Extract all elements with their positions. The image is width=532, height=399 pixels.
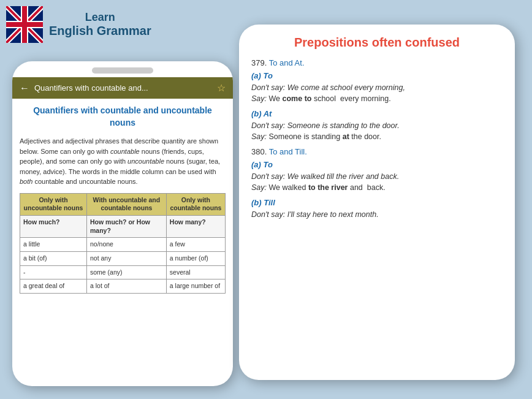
section-379-num: 379. To and At. (251, 58, 503, 67)
do-say-379a: Say: We come to school every morning. (251, 94, 503, 103)
content-body: Adjectives and adjectival phrases that d… (20, 136, 226, 187)
phone-notch (92, 67, 153, 74)
section-379: 379. To and At. (a) To Don't say: We com… (251, 58, 503, 141)
section-380: 380. To and Till. (a) To Don't say: We w… (251, 147, 503, 219)
grammar-label: English Grammar (49, 24, 151, 38)
dont-say-380a: Don't say: We walked till the river and … (251, 172, 503, 181)
sub-label-380a-to: (a) To (251, 160, 503, 169)
cell: How many? (166, 215, 225, 237)
cell: a great deal of (20, 279, 87, 294)
uk-flag-icon (6, 6, 43, 43)
section-380-heading: To and Till. (269, 147, 307, 156)
col-header-3: Only with countable nouns (166, 193, 225, 215)
cell: - (20, 265, 87, 279)
section-379-heading: To and At. (269, 58, 305, 67)
cell: a lot of (87, 279, 167, 294)
cell: some (any) (87, 265, 167, 279)
do-say-379b: Say: Someone is standing at the door. (251, 132, 503, 141)
table-row: a little no/none a few (20, 238, 226, 252)
sub-label-a-to: (a) To (251, 71, 503, 80)
back-button[interactable]: ← (20, 83, 29, 94)
sub-label-380b-till: (b) Till (251, 198, 503, 207)
cell: a few (166, 238, 225, 252)
grammar-table: Only with uncountable nouns With uncount… (20, 193, 226, 294)
cell: How much? (20, 215, 87, 237)
cell: not any (87, 251, 167, 265)
phone-right: Prepositions often confused 379. To and … (239, 25, 515, 380)
section-380-num: 380. To and Till. (251, 147, 503, 156)
cell: a large number of (166, 279, 225, 294)
topbar-title: Quantifiers with countable and... (34, 83, 217, 93)
sub-label-b-at: (b) At (251, 109, 503, 118)
phone-left: ← Quantifiers with countable and... ☆ Qu… (12, 61, 233, 386)
right-title: Prepositions often confused (251, 36, 503, 50)
app-title: Learn English Grammar (49, 11, 151, 38)
phone-content: Quantifiers with countable and uncountab… (12, 99, 233, 374)
right-content: Prepositions often confused 379. To and … (239, 25, 515, 232)
table-row: How much? How much? or How many? How man… (20, 215, 226, 237)
learn-label: Learn (85, 11, 115, 24)
cell: a little (20, 238, 87, 252)
star-icon[interactable]: ☆ (217, 82, 226, 94)
col-header-2: With uncountable and countable nouns (87, 193, 167, 215)
dont-say-379b: Don't say: Someone is standing to the do… (251, 121, 503, 130)
cell: no/none (87, 238, 167, 252)
cell: How much? or How many? (87, 215, 167, 237)
table-row: - some (any) several (20, 265, 226, 279)
cell: a bit (of) (20, 251, 87, 265)
do-say-380a: Say: We walked to the river and back. (251, 183, 503, 192)
col-header-1: Only with uncountable nouns (20, 193, 87, 215)
content-heading: Quantifiers with countable and uncountab… (20, 105, 226, 129)
dont-say-380b: Don't say: I'll stay here to next month. (251, 210, 503, 219)
dont-say-379a: Don't say: We come at school every morni… (251, 83, 503, 92)
cell: a number (of) (166, 251, 225, 265)
app-header: Learn English Grammar (6, 6, 151, 43)
phone-topbar: ← Quantifiers with countable and... ☆ (12, 77, 233, 99)
table-row: a bit (of) not any a number (of) (20, 251, 226, 265)
table-row: a great deal of a lot of a large number … (20, 279, 226, 294)
cell: several (166, 265, 225, 279)
